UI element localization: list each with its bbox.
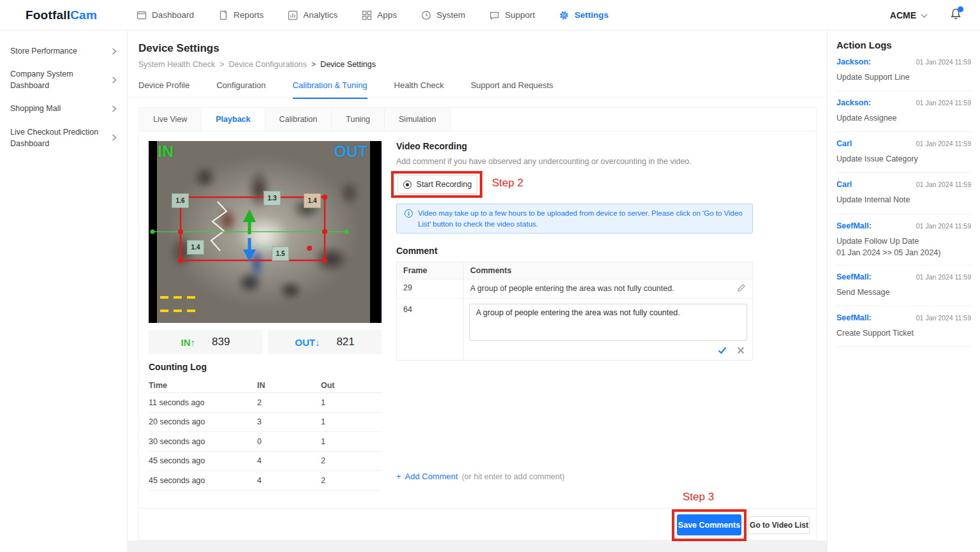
chevron-right-icon [112, 48, 117, 55]
comment-section-title: Comment [396, 246, 438, 256]
out-counter-label: OUT↓ [295, 337, 320, 348]
cancel-comment-icon[interactable] [737, 347, 745, 356]
confirm-comment-icon[interactable] [718, 347, 727, 356]
device-settings-tabs: Device Profile Configuration Calibration… [138, 80, 553, 99]
notifications-bell[interactable] [949, 8, 962, 23]
subtab-playback[interactable]: Playback [202, 108, 265, 131]
add-comment-link[interactable]: Add Comment [405, 472, 458, 481]
nav-item-support[interactable]: Support [489, 10, 535, 20]
step2-annotation: Step 2 [492, 177, 523, 190]
zone-height-label: 1.5 [272, 246, 289, 261]
account-dropdown[interactable]: ACME [890, 10, 928, 20]
down-arrow-icon: ↓ [315, 337, 320, 348]
action-log-entry: SeefMall:01 Jan 2024 11:59 Create Suppor… [836, 306, 971, 347]
action-log-action: Update Assignee [836, 112, 971, 124]
nav-item-apps[interactable]: Apps [362, 10, 397, 20]
save-comments-button[interactable]: Save Comments [677, 514, 741, 535]
tab-health-check[interactable]: Health Check [394, 80, 444, 99]
zone-height-label: 1.4 [187, 240, 204, 255]
footfallcam-logo[interactable]: FootfallCam [26, 8, 97, 22]
info-icon: i [405, 209, 413, 218]
subtab-calibration[interactable]: Calibration [265, 108, 332, 131]
comment-table-header: Frame Comments [397, 262, 752, 280]
action-log-action: Update Follow Up Date [836, 235, 971, 247]
logo-text-cam: Cam [70, 8, 97, 22]
breadcrumb-current: Device Settings [320, 60, 376, 69]
comment-edit-textarea[interactable]: A group of people entering the area was … [469, 304, 747, 341]
action-logs-panel: Action Logs Jackson:01 Jan 2024 11:59 Up… [827, 31, 980, 552]
tab-support-requests[interactable]: Support and Requests [471, 80, 553, 99]
sidebar-item-store-performance[interactable]: Store Performance [0, 40, 127, 63]
clock-icon [421, 10, 431, 20]
chevron-right-icon [112, 134, 117, 141]
add-comment-row: + Add Comment (or hit enter to add comme… [396, 472, 565, 481]
action-log-entry: Jackson:01 Jan 2024 11:59 Update Assigne… [836, 91, 971, 132]
logo-text-footfall: Footfall [26, 8, 70, 22]
counting-log-row: 30 seconds ago01 [149, 432, 382, 452]
action-log-time: 01 Jan 2024 11:59 [916, 99, 971, 107]
nav-item-dashboard[interactable]: Dashboard [137, 10, 194, 20]
edit-comment-icon[interactable] [737, 283, 746, 294]
counting-log-row: 45 seconds ago42 [149, 471, 382, 491]
subtab-tuning[interactable]: Tuning [332, 108, 385, 131]
go-to-video-list-button[interactable]: Go to Video List [748, 516, 810, 534]
action-log-user[interactable]: SeefMall: [836, 313, 872, 322]
zone-height-label: 1.3 [264, 191, 281, 205]
action-log-entry: SeefMall:01 Jan 2024 11:59 Update Follow… [836, 214, 971, 265]
start-recording-label: Start Recording [417, 180, 472, 189]
action-logs-title: Action Logs [836, 31, 971, 50]
counting-log-table: Time IN Out 11 seconds ago21 20 seconds … [149, 378, 382, 491]
breadcrumb: System Health Check > Device Configurati… [138, 60, 376, 69]
action-log-user[interactable]: Jackson: [836, 57, 871, 66]
main-content: Device Settings System Health Check > De… [128, 31, 827, 541]
chevron-right-icon [112, 105, 117, 112]
counting-log-title: Counting Log [149, 362, 207, 372]
action-log-time: 01 Jan 2024 11:59 [916, 58, 971, 66]
breadcrumb-separator: > [311, 60, 316, 69]
nav-label: System [436, 10, 465, 20]
breadcrumb-system-health-check[interactable]: System Health Check [138, 60, 215, 69]
action-log-user[interactable]: Jackson: [836, 98, 871, 107]
action-log-user[interactable]: Carl [836, 139, 852, 148]
nav-item-analytics[interactable]: Analytics [288, 10, 338, 20]
out-count-value: 821 [336, 336, 354, 348]
sidebar-item-company-system-dashboard[interactable]: Company System Dashboard [0, 63, 127, 97]
tab-calibration-tuning[interactable]: Calibration & Tuning [293, 80, 368, 99]
sidebar-item-live-checkout-prediction[interactable]: Live Checkout Prediction Dashboard [0, 121, 127, 155]
comment-table: Frame Comments 29 A group of people ente… [396, 262, 753, 361]
action-log-user[interactable]: SeefMall: [836, 221, 872, 230]
start-recording-button[interactable]: Start Recording [397, 175, 477, 194]
sidebar-item-shopping-mall[interactable]: Shopping Mall [0, 97, 127, 120]
counting-log-row: 11 seconds ago21 [149, 393, 382, 413]
out-counter: OUT↓ 821 [268, 330, 382, 354]
action-log-time: 01 Jan 2024 11:59 [916, 273, 971, 281]
tab-configuration[interactable]: Configuration [216, 80, 265, 99]
tabs-divider [128, 97, 827, 98]
nav-item-settings[interactable]: Settings [559, 10, 608, 20]
frame-number: 29 [397, 280, 464, 298]
chevron-right-icon [112, 77, 117, 84]
video-recording-title: Video Recording [396, 141, 467, 151]
subtab-simulation[interactable]: Simulation [385, 108, 450, 131]
action-log-action: Update Issue Category [836, 153, 971, 165]
action-log-user[interactable]: Carl [836, 180, 852, 189]
comments-column-header: Comments [464, 262, 752, 279]
action-log-time: 01 Jan 2024 11:59 [916, 140, 971, 147]
up-arrow-icon: ↑ [191, 337, 196, 348]
record-icon [403, 181, 412, 189]
nav-item-system[interactable]: System [421, 10, 465, 20]
nav-item-reports[interactable]: Reports [218, 10, 264, 20]
timecode-marks [160, 310, 197, 312]
action-log-user[interactable]: SeefMall: [836, 272, 872, 281]
action-log-entry: Carl01 Jan 2024 11:59 Update Internal No… [836, 173, 971, 214]
tab-device-profile[interactable]: Device Profile [138, 80, 189, 99]
account-name: ACME [890, 10, 916, 20]
subtab-live-view[interactable]: Live View [139, 108, 202, 131]
footer-divider [139, 508, 816, 509]
action-log-entry: Carl01 Jan 2024 11:59 Update Issue Categ… [836, 132, 971, 173]
breadcrumb-device-configurations[interactable]: Device Configurations [229, 60, 307, 69]
counting-log-row: 45 seconds ago42 [149, 452, 382, 472]
add-comment-hint: (or hit enter to add comment) [462, 472, 565, 481]
camera-playback-video[interactable]: IN OUT 1.6 1.3 [149, 141, 382, 323]
chat-bubble-icon [489, 10, 500, 20]
